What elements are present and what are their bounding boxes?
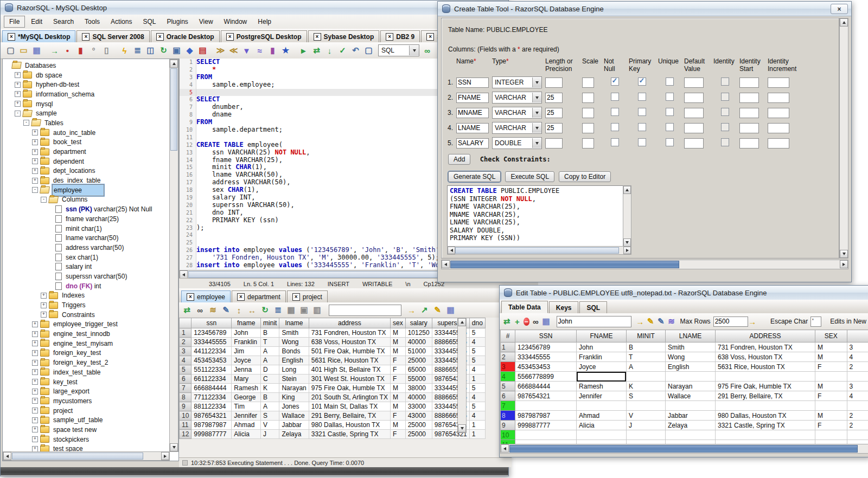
not-null-checkbox[interactable] — [611, 123, 619, 131]
open-file-icon[interactable]: ▭ — [18, 45, 29, 56]
results-cell[interactable]: 661122334 — [192, 374, 232, 384]
sql-lightning-icon[interactable]: ϟ — [119, 45, 130, 56]
connection-tab-sql-server-2008[interactable]: ×SQL Server 2008 — [76, 30, 149, 42]
edit-cell[interactable]: 987987987 — [515, 411, 577, 421]
menu-edit[interactable]: Edit — [26, 16, 47, 27]
copy-to-editor-button[interactable]: Copy to Editor — [559, 171, 611, 182]
results-cell[interactable]: 501 Fire Oak, Humble TX — [309, 347, 390, 356]
not-null-checkbox[interactable] — [611, 93, 619, 101]
edit-cell[interactable]: Ramesh — [577, 382, 627, 391]
edit-cell[interactable] — [626, 401, 665, 411]
find-in-database-icon[interactable]: ◫ — [145, 45, 156, 56]
partial-cell[interactable] — [847, 401, 868, 411]
edit-cell[interactable]: Alicia — [577, 421, 627, 430]
default-value-field[interactable] — [684, 93, 704, 103]
indent-sql-icon[interactable]: ≫ — [215, 45, 226, 56]
tree-item-constraints[interactable]: +Constraints — [3, 310, 170, 320]
results-cell[interactable]: Joyce — [232, 356, 261, 365]
results-cell[interactable]: M — [390, 338, 405, 347]
results-column-header-minit[interactable]: minit — [261, 318, 279, 328]
scroll-down-icon[interactable] — [840, 250, 848, 258]
not-null-checkbox[interactable] — [611, 77, 619, 86]
results-cell[interactable]: F — [390, 365, 405, 374]
edit-column-header-minit[interactable]: MINIT — [626, 330, 665, 343]
results-cell[interactable]: George — [232, 393, 261, 402]
results-cell[interactable]: John — [232, 328, 261, 338]
tree-item-employee-trigger-test[interactable]: +employee_trigger_test — [3, 320, 170, 330]
results-cell[interactable]: 55000 — [405, 374, 432, 384]
partial-cell[interactable] — [847, 430, 868, 440]
edit-cell[interactable] — [715, 372, 815, 382]
results-cell[interactable]: A — [261, 347, 279, 356]
edit-cell[interactable]: M — [815, 352, 847, 362]
edit-cell[interactable] — [577, 430, 627, 440]
menu-actions[interactable]: Actions — [106, 16, 137, 27]
tree-item-dno-fk-int[interactable]: dno (FK) int — [3, 281, 170, 291]
row-number-cell[interactable]: 3 — [501, 362, 515, 372]
tree-item-mysql[interactable]: +mysql — [3, 99, 170, 109]
column-type-select[interactable]: VARCHAR — [492, 107, 542, 119]
results-cell[interactable]: 2 — [180, 338, 192, 347]
results-vertical-scrollbar[interactable] — [457, 318, 467, 433]
close-tab-icon[interactable]: × — [386, 33, 393, 41]
edit-cell[interactable]: 453453453 — [515, 362, 577, 372]
results-cell[interactable]: 25000 — [405, 356, 432, 365]
results-cell[interactable]: M — [390, 384, 405, 393]
view-glasses-icon[interactable]: ∞ — [194, 305, 206, 316]
results-cell[interactable]: Mary — [232, 374, 261, 384]
close-tab-icon[interactable]: × — [226, 33, 234, 41]
validate-check-icon[interactable]: ✓ — [337, 45, 348, 56]
column-type-select[interactable]: VARCHAR — [492, 122, 542, 134]
describe-table-icon[interactable]: ≣ — [132, 45, 143, 56]
menu-window[interactable]: Window — [219, 16, 252, 27]
edit-cell[interactable]: Ahmad — [577, 411, 627, 421]
identity-increment-field[interactable] — [768, 123, 789, 133]
results-column-header-address[interactable]: address — [309, 318, 390, 328]
edit-cell[interactable]: 731 Fondren, Houston TX — [715, 343, 815, 352]
tree-item-sample[interactable]: -sample — [3, 108, 170, 118]
edit-cell[interactable]: 3321 Castle, Spring TX — [715, 421, 815, 430]
results-cell[interactable]: 4 — [469, 393, 485, 402]
results-cell[interactable]: M — [390, 347, 405, 356]
edit-horizontal-scrollbar[interactable] — [500, 444, 868, 454]
edit-cell[interactable]: Smith — [666, 343, 716, 352]
tree-item-large-export[interactable]: +large_export — [3, 386, 170, 396]
results-cell[interactable]: 5 — [469, 347, 485, 356]
tree-item-indexes[interactable]: +Indexes — [3, 291, 170, 301]
length-field[interactable] — [545, 77, 563, 88]
expand-icon[interactable]: + — [41, 293, 47, 299]
scroll-left-icon[interactable] — [501, 444, 509, 453]
results-cell[interactable]: 5 — [180, 365, 192, 374]
results-cell[interactable]: 25000 — [405, 430, 432, 439]
identity-start-field[interactable] — [739, 108, 759, 118]
close-tab-icon[interactable]: × — [426, 33, 434, 41]
results-cell[interactable]: Jabbar — [279, 421, 309, 430]
results-cell[interactable]: 771122334 — [192, 393, 232, 402]
partial-cell[interactable]: 2 — [847, 421, 868, 430]
edit-cell[interactable]: K — [626, 382, 665, 391]
close-tab-icon[interactable]: × — [156, 33, 164, 41]
close-tab-icon[interactable]: × — [8, 33, 15, 41]
default-value-field[interactable] — [684, 108, 704, 118]
identity-start-field[interactable] — [739, 93, 759, 103]
expand-icon[interactable]: + — [15, 91, 21, 97]
view-glasses-icon[interactable]: ∞ — [531, 316, 540, 327]
export-results-icon[interactable]: ↗ — [419, 305, 430, 316]
delete-rows-icon[interactable]: ▤ — [197, 45, 208, 56]
favorites-star-icon[interactable]: ★ — [280, 45, 291, 56]
tree-item-key-test[interactable]: +key_test — [3, 377, 170, 387]
go-arrow-icon[interactable]: → — [406, 305, 417, 316]
results-cell[interactable]: Ramesh — [232, 384, 261, 393]
edit-cell[interactable]: Narayan — [666, 382, 716, 391]
results-cell[interactable]: 101250 — [405, 328, 432, 338]
edit-column-header-sex[interactable]: SEX — [815, 330, 847, 343]
identity-checkbox[interactable] — [721, 123, 729, 131]
results-column-header-ssn[interactable]: ssn — [192, 318, 232, 328]
edit-cell[interactable]: Jennifer — [577, 391, 627, 401]
results-cell[interactable]: S — [261, 411, 279, 421]
reload-query-icon[interactable]: ↻ — [259, 305, 271, 316]
results-cell[interactable]: Bonds — [279, 347, 309, 356]
edit-cell[interactable] — [815, 372, 847, 382]
results-cell[interactable]: King — [279, 393, 309, 402]
connection-profile-icon[interactable]: ° — [88, 45, 99, 56]
